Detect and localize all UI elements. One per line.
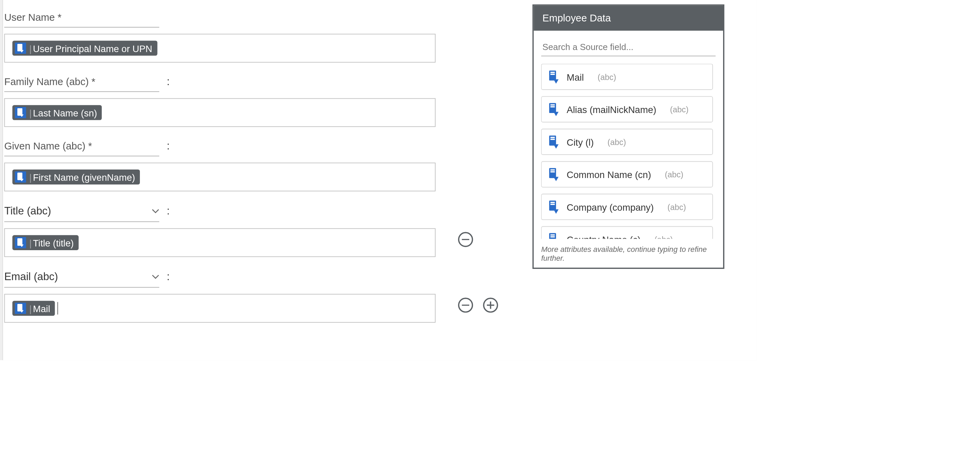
- source-type: (abc): [655, 235, 673, 239]
- svg-marker-48: [554, 79, 559, 84]
- source-icon: [15, 107, 26, 118]
- source-type: (abc): [670, 105, 689, 114]
- source-name: Country Name (c): [567, 234, 641, 239]
- svg-rect-62: [550, 202, 555, 203]
- employee-data-panel: Employee Data Mail(abc)Alias (mailNickNa…: [533, 5, 724, 269]
- colon: :: [167, 140, 170, 153]
- source-field-search-input[interactable]: [541, 38, 716, 56]
- source-name: City (l): [567, 137, 594, 147]
- chip-label: Mail: [33, 303, 50, 314]
- panel-footer: More attributes available, continue typi…: [533, 243, 723, 268]
- svg-rect-67: [550, 236, 555, 237]
- source-name: Company (company): [567, 202, 654, 212]
- chip-label: User Principal Name or UPN: [33, 43, 153, 53]
- source-icon: [15, 237, 26, 248]
- svg-rect-59: [550, 171, 555, 172]
- source-type: (abc): [608, 137, 626, 147]
- source-icon: [15, 43, 26, 54]
- field-chip[interactable]: |Title (title): [12, 235, 79, 250]
- row-actions: [458, 298, 498, 313]
- field-label-dropdown[interactable]: Email (abc): [4, 268, 159, 288]
- field-row: Email (abc):|Mail: [4, 268, 757, 323]
- field-chip[interactable]: |User Principal Name or UPN: [12, 40, 157, 56]
- source-type: (abc): [665, 170, 683, 179]
- field-value-box[interactable]: |Title (title): [4, 228, 436, 257]
- source-type: (abc): [598, 72, 616, 82]
- remove-row-button[interactable]: [458, 298, 473, 313]
- svg-rect-39: [462, 239, 469, 240]
- source-name: Alias (mailNickName): [567, 104, 656, 115]
- source-name: Mail: [567, 72, 584, 82]
- source-field-item[interactable]: Mail(abc): [541, 64, 713, 90]
- svg-rect-42: [462, 304, 469, 306]
- source-icon: [548, 70, 559, 84]
- row-actions: [458, 232, 473, 247]
- svg-rect-55: [550, 139, 555, 140]
- chip-label: First Name (givenName): [33, 172, 135, 182]
- chip-label: Last Name (sn): [33, 107, 97, 118]
- field-value-box[interactable]: |Mail: [4, 294, 436, 323]
- field-label-text: Given Name (abc) *: [4, 138, 159, 156]
- source-field-item[interactable]: Company (company)(abc): [541, 194, 713, 220]
- field-chip[interactable]: |Mail: [12, 301, 55, 316]
- source-field-item[interactable]: Country Name (c)(abc): [541, 226, 713, 239]
- svg-marker-64: [554, 209, 559, 214]
- minus-icon: [462, 239, 469, 240]
- minus-icon: [462, 304, 469, 306]
- source-icon: [548, 233, 559, 239]
- source-field-list: Mail(abc)Alias (mailNickName)(abc)City (…: [541, 64, 716, 239]
- svg-marker-60: [554, 177, 559, 182]
- source-icon: [548, 135, 559, 149]
- source-type: (abc): [668, 202, 686, 212]
- field-chip[interactable]: |Last Name (sn): [12, 105, 102, 120]
- colon: :: [167, 76, 170, 88]
- source-icon: [15, 171, 26, 182]
- svg-marker-52: [554, 112, 559, 116]
- svg-rect-46: [550, 72, 555, 73]
- field-label-text: Family Name (abc) *: [4, 74, 159, 92]
- svg-rect-54: [550, 137, 555, 138]
- svg-rect-65: [549, 233, 556, 239]
- svg-rect-63: [550, 204, 555, 205]
- field-label-dropdown[interactable]: Title (abc): [4, 202, 159, 222]
- colon: :: [167, 271, 170, 284]
- source-icon: [548, 102, 559, 116]
- field-label-text: User Name *: [4, 10, 159, 27]
- svg-rect-50: [550, 105, 555, 106]
- source-icon: [548, 167, 559, 181]
- panel-title: Employee Data: [533, 6, 723, 30]
- chip-label: Title (title): [33, 237, 74, 248]
- source-field-item[interactable]: Common Name (cn)(abc): [541, 161, 713, 188]
- svg-rect-66: [550, 234, 555, 236]
- svg-marker-56: [554, 144, 559, 149]
- field-chip[interactable]: |First Name (givenName): [12, 169, 140, 185]
- source-icon: [15, 303, 26, 314]
- chevron-down-icon: [152, 275, 159, 280]
- svg-rect-44: [487, 304, 495, 306]
- field-label-text: Email (abc): [4, 271, 58, 284]
- main-pane: fx + - * / ( ) = != > < <= >=: [0, 0, 757, 360]
- plus-icon: [487, 301, 495, 309]
- remove-row-button[interactable]: [458, 232, 473, 247]
- field-value-box[interactable]: |User Principal Name or UPN: [4, 34, 436, 63]
- svg-rect-51: [550, 106, 555, 108]
- field-label-text: Title (abc): [4, 205, 51, 218]
- field-value-box[interactable]: |Last Name (sn): [4, 98, 436, 127]
- svg-marker-41: [20, 310, 24, 312]
- text-cursor: [57, 302, 58, 314]
- chevron-down-icon: [152, 209, 159, 214]
- source-icon: [548, 200, 559, 214]
- source-field-item[interactable]: City (l)(abc): [541, 129, 713, 155]
- svg-rect-58: [550, 169, 555, 171]
- field-value-box[interactable]: |First Name (givenName): [4, 163, 436, 191]
- add-row-button[interactable]: [483, 298, 498, 313]
- svg-rect-47: [550, 74, 555, 75]
- colon: :: [167, 205, 170, 218]
- source-name: Common Name (cn): [567, 169, 651, 180]
- source-field-item[interactable]: Alias (mailNickName)(abc): [541, 96, 713, 123]
